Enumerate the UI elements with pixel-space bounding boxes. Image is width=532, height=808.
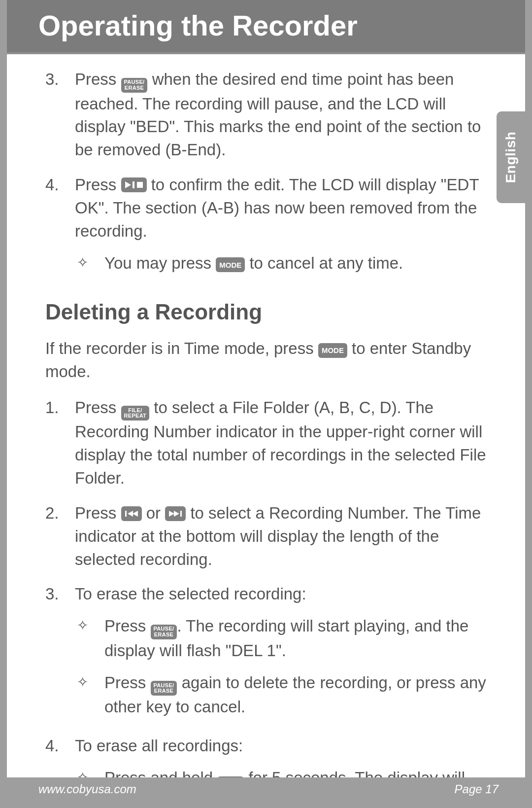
svg-marker-7 [174, 511, 179, 517]
sub-body: Press PAUSE/ERASE. The recording will st… [104, 615, 487, 662]
list-item: 2. Press or to select a Recording Number… [45, 502, 487, 571]
list-body: Press PAUSE/ERASE when the desired end t… [75, 68, 487, 162]
mode-button-icon: MODE [216, 257, 245, 272]
list-number: 1. [45, 396, 75, 490]
diamond-bullet-icon: ✧ [75, 671, 104, 719]
pause-erase-button-icon: PAUSE/ERASE [151, 625, 177, 639]
list-item: 4. Press to confirm the edit. The LCD wi… [45, 174, 487, 279]
list-item: 3. Press PAUSE/ERASE when the desired en… [45, 68, 487, 162]
list-body: To erase the selected recording: ✧ Press… [75, 583, 487, 723]
diamond-bullet-icon: ✧ [75, 252, 104, 275]
list-number: 2. [45, 502, 75, 571]
list-number: 3. [45, 583, 75, 723]
mode-button-icon: MODE [318, 343, 347, 358]
pause-erase-button-icon: PAUSE/ERASE [151, 681, 177, 696]
page-title: Operating the Recorder [38, 9, 532, 42]
sub-list-item: ✧ Press PAUSE/ERASE. The recording will … [75, 615, 487, 662]
sub-body: You may press MODE to cancel at any time… [104, 252, 487, 275]
text: Press [75, 398, 121, 417]
svg-marker-6 [169, 511, 174, 517]
sub-list-item: ✧ You may press MODE to cancel at any ti… [75, 252, 487, 275]
file-repeat-button-icon: FILE/REPEAT [121, 406, 150, 421]
language-label: English [503, 132, 519, 183]
text: or [142, 504, 166, 522]
list-number: 3. [45, 68, 75, 162]
text: Press [104, 673, 151, 692]
text: To erase all recordings: [75, 737, 243, 755]
page-header: Operating the Recorder [0, 0, 532, 54]
svg-rect-1 [133, 181, 134, 188]
list-number: 4. [45, 174, 75, 279]
text: Press [75, 70, 121, 88]
svg-rect-2 [137, 182, 143, 188]
svg-marker-4 [128, 511, 133, 517]
list-body: Press to confirm the edit. The LCD will … [75, 174, 487, 279]
list-body: Press FILE/REPEAT to select a File Folde… [75, 396, 487, 490]
text: Press [104, 617, 151, 635]
sub-body: Press PAUSE/ERASE again to delete the re… [104, 671, 487, 719]
text: to cancel at any time. [245, 254, 403, 272]
pause-erase-button-icon: PAUSE/ERASE [121, 78, 148, 93]
footer-page-number: Page 17 [455, 782, 499, 796]
footer-url: www.cobyusa.com [38, 782, 136, 796]
diamond-bullet-icon: ✧ [75, 615, 104, 662]
svg-rect-8 [180, 511, 182, 517]
sub-list-item: ✧ Press PAUSE/ERASE again to delete the … [75, 671, 487, 719]
list-item: 1. Press FILE/REPEAT to select a File Fo… [45, 396, 487, 490]
page-footer: www.cobyusa.com Page 17 [7, 777, 525, 801]
text: Press [75, 504, 121, 522]
text: Press [75, 176, 121, 194]
prev-track-button-icon [121, 506, 142, 521]
section-heading: Deleting a Recording [45, 297, 487, 327]
list-body: Press or to select a Recording Number. T… [75, 502, 487, 571]
intro-paragraph: If the recorder is in Time mode, press M… [45, 337, 487, 384]
next-track-button-icon [165, 506, 186, 521]
language-tab: English [497, 111, 525, 203]
svg-marker-5 [133, 511, 138, 517]
text: To erase the selected recording: [75, 585, 306, 603]
svg-rect-3 [125, 511, 127, 517]
page-content: 3. Press PAUSE/ERASE when the desired en… [0, 54, 532, 808]
text: If the recorder is in Time mode, press [45, 339, 318, 357]
play-stop-button-icon [121, 177, 147, 192]
list-item: 3. To erase the selected recording: ✧ Pr… [45, 583, 487, 723]
text: You may press [104, 254, 216, 272]
svg-marker-0 [125, 181, 131, 188]
